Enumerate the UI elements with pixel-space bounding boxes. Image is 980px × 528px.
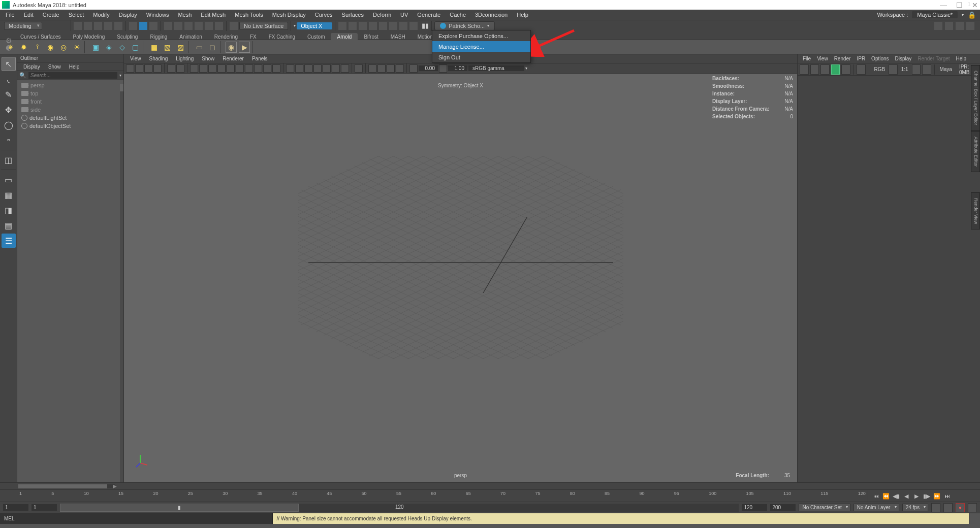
menu-deform[interactable]: Deform xyxy=(368,12,396,18)
camera-lock-button[interactable] xyxy=(135,64,143,73)
colorspace-arrow-icon[interactable]: ▾ xyxy=(525,66,527,71)
photometric-light-icon[interactable]: ⟟ xyxy=(31,42,43,53)
autokey-button[interactable] xyxy=(943,503,953,512)
playback-end-field[interactable]: 120 xyxy=(742,504,767,511)
shading-style-1-button[interactable] xyxy=(190,64,198,73)
film-gate-button[interactable] xyxy=(368,64,376,73)
render-icon[interactable]: ▭ xyxy=(194,42,205,53)
scale-tool[interactable]: ▫ xyxy=(2,133,16,147)
step-forward-key-button[interactable]: ⏩ xyxy=(932,492,941,500)
save-scene-button[interactable] xyxy=(93,21,103,30)
xray-joints-button[interactable] xyxy=(304,64,312,73)
render-menu-view[interactable]: View xyxy=(814,56,831,61)
outliner-toggle-button[interactable]: ☰ xyxy=(2,234,16,248)
menu-display[interactable]: Display xyxy=(114,12,142,18)
render-settings-icon[interactable] xyxy=(857,64,866,75)
shading-opt-1-button[interactable] xyxy=(245,64,253,73)
toggle-modeling-toolkit-button[interactable] xyxy=(934,21,943,30)
prefs-button[interactable] xyxy=(968,503,977,512)
menu-uv[interactable]: UV xyxy=(396,12,413,18)
shelf-options-icon[interactable]: ◐ xyxy=(3,42,14,53)
character-set-dropdown[interactable]: No Character Set xyxy=(799,504,850,511)
exposure-field[interactable]: 0.00 xyxy=(419,65,438,71)
field-chart-button[interactable] xyxy=(396,64,404,73)
outliner-item-side[interactable]: side xyxy=(17,106,123,114)
smooth-shade-button[interactable] xyxy=(208,64,216,73)
render-menu-file[interactable]: File xyxy=(800,56,814,61)
arnold-renderview-icon[interactable]: ▶ xyxy=(239,42,250,53)
shelf-tab-fx[interactable]: FX xyxy=(244,33,263,41)
pause-icon[interactable]: ▮▮ xyxy=(422,22,429,29)
shadows-button[interactable] xyxy=(236,64,244,73)
command-input[interactable] xyxy=(19,513,273,524)
vtab-channel-box[interactable]: Channel Box / Layer Editor xyxy=(971,65,980,131)
menu-file[interactable]: File xyxy=(1,12,19,18)
skydome-light-icon[interactable]: ◉ xyxy=(45,42,56,53)
standard-surface-icon[interactable]: ▣ xyxy=(90,42,101,53)
aistandard-icon[interactable]: ◈ xyxy=(103,42,114,53)
maximize-icon[interactable]: ☐ xyxy=(956,1,963,9)
rotate-tool[interactable]: ◯ xyxy=(2,118,16,132)
range-track[interactable]: ▮ 120 xyxy=(60,504,739,512)
shelf-tab-mash[interactable]: MASH xyxy=(385,33,412,41)
fx-icon[interactable]: ▨ xyxy=(175,42,186,53)
single-pane-button[interactable]: ▭ xyxy=(2,173,16,187)
scroll-right-icon[interactable]: ▶ xyxy=(113,483,117,489)
menu-help[interactable]: Help xyxy=(512,12,533,18)
viewport-menu-panels[interactable]: Panels xyxy=(248,56,272,61)
snapshot-button[interactable] xyxy=(820,64,830,75)
viewport-menu-lighting[interactable]: Lighting xyxy=(172,56,198,61)
ipr-button[interactable] xyxy=(831,64,840,75)
render-sequence-button[interactable] xyxy=(368,21,377,30)
account-menu-explore-purchase-options[interactable]: Explore Purchase Options... xyxy=(432,30,530,41)
anim-layer-dropdown[interactable]: No Anim Layer xyxy=(853,504,899,511)
2d-pan-zoom-button[interactable] xyxy=(167,64,175,73)
account-menu-manage-license[interactable]: Manage License... xyxy=(432,41,530,52)
workspace-arrow-icon[interactable]: ▾ xyxy=(962,13,964,17)
render-region-button[interactable] xyxy=(810,64,819,75)
refresh-ipr-button[interactable] xyxy=(841,64,850,75)
outliner-item-front[interactable]: front xyxy=(17,97,123,106)
snap-projected-button[interactable] xyxy=(194,21,203,30)
snap-plane-button[interactable] xyxy=(204,21,213,30)
menu-mesh[interactable]: Mesh xyxy=(173,12,196,18)
tx-manager-icon[interactable]: ▦ xyxy=(148,42,160,53)
keep-image-button[interactable] xyxy=(922,64,931,75)
render-button[interactable] xyxy=(800,64,809,75)
shelf-tab-rigging[interactable]: Rigging xyxy=(144,33,173,41)
original-size-button[interactable] xyxy=(912,64,921,75)
shelf-tab-sculpting[interactable]: Sculpting xyxy=(111,33,144,41)
gamma-icon[interactable] xyxy=(439,64,447,73)
menu-create[interactable]: Create xyxy=(38,12,64,18)
zoom-ratio[interactable]: 1:1 xyxy=(899,67,910,72)
step-back-key-button[interactable]: ⏪ xyxy=(881,492,891,500)
image-plane-button[interactable] xyxy=(153,64,162,73)
misc-view-2-button[interactable] xyxy=(323,64,331,73)
render-view-icon[interactable]: ◻ xyxy=(207,42,218,53)
ipr-render-button[interactable] xyxy=(358,21,367,30)
gate-mask-button[interactable] xyxy=(387,64,395,73)
four-pane-button[interactable]: ▦ xyxy=(2,188,16,202)
gamma-field[interactable]: 1.00 xyxy=(448,65,467,71)
snap-curve-button[interactable] xyxy=(174,21,183,30)
menu-generate[interactable]: Generate xyxy=(413,12,445,18)
render-menu-help[interactable]: Help xyxy=(953,56,970,61)
select-by-object-button[interactable] xyxy=(139,21,148,30)
menu-curves[interactable]: Curves xyxy=(310,12,337,18)
menu-select[interactable]: Select xyxy=(64,12,89,18)
viewport-menu-shading[interactable]: Shading xyxy=(145,56,172,61)
shelf-tab-rendering[interactable]: Rendering xyxy=(208,33,244,41)
render-view-image[interactable] xyxy=(798,76,980,482)
redo-button[interactable] xyxy=(114,21,123,30)
render-menu-options[interactable]: Options xyxy=(868,56,892,61)
lock-icon[interactable]: 🔒 xyxy=(968,11,976,19)
account-menu-sign-out[interactable]: Sign Out xyxy=(432,52,530,62)
misc-view-3-button[interactable] xyxy=(332,64,340,73)
outliner-menu-help[interactable]: Help xyxy=(65,64,84,70)
arnold-render-icon[interactable]: ◉ xyxy=(226,42,237,53)
playblast-button[interactable] xyxy=(409,21,418,30)
two-pane-stack-button[interactable]: ▤ xyxy=(2,218,16,233)
open-scene-button[interactable] xyxy=(83,21,92,30)
move-tool[interactable]: ✥ xyxy=(2,103,16,117)
render-settings-button[interactable] xyxy=(378,21,388,30)
